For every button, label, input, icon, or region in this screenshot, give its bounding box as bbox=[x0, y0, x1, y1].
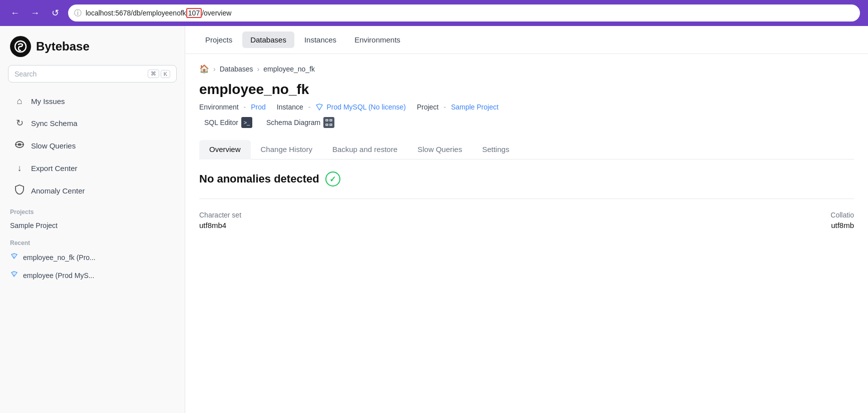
environment-value[interactable]: Prod bbox=[251, 103, 266, 111]
svg-rect-9 bbox=[326, 124, 328, 126]
sync-icon: ↻ bbox=[14, 118, 25, 128]
sidebar-recent-employee[interactable]: employee (Prod MyS... bbox=[0, 266, 185, 284]
project-item-label: Sample Project bbox=[10, 222, 58, 230]
search-k-key: K bbox=[161, 70, 170, 78]
sql-editor-icon: >_ bbox=[241, 117, 252, 128]
instance-sep: - bbox=[308, 103, 311, 111]
recent-item-label-2: employee (Prod MyS... bbox=[23, 272, 94, 280]
logo-area: Bytebase bbox=[0, 26, 185, 65]
character-set-label: Character set bbox=[199, 211, 527, 219]
main-content: Projects Databases Instances Environment… bbox=[185, 26, 868, 413]
breadcrumb-sep-2: › bbox=[257, 65, 260, 73]
schema-diagram-label: Schema Diagram bbox=[266, 118, 320, 126]
svg-rect-7 bbox=[326, 120, 328, 121]
search-placeholder: Search bbox=[15, 70, 37, 78]
db-info-grid: Character set utf8mb4 Collatio utf8mb bbox=[199, 211, 854, 230]
info-icon: ⓘ bbox=[74, 8, 82, 18]
breadcrumb-databases[interactable]: Databases bbox=[220, 65, 253, 73]
url-text: localhost:5678/db/employeenofk107/overvi… bbox=[86, 8, 231, 18]
sidebar-item-my-issues[interactable]: ⌂ My Issues bbox=[4, 91, 181, 112]
projects-section-header: Projects bbox=[0, 202, 185, 218]
top-nav-environments[interactable]: Environments bbox=[346, 32, 408, 48]
search-box[interactable]: Search ⌘ K bbox=[8, 65, 177, 82]
page-title: employee_no_fk bbox=[199, 82, 854, 98]
character-set-value: utf8mb4 bbox=[199, 221, 527, 230]
url-highlight: 107 bbox=[186, 8, 202, 18]
sidebar-label-anomaly-center: Anomaly Center bbox=[31, 186, 85, 195]
sidebar: Bytebase Search ⌘ K ⌂ My Issues ↻ Sync S… bbox=[0, 26, 185, 413]
breadcrumb-db-name[interactable]: employee_no_fk bbox=[263, 65, 315, 73]
sql-editor-button[interactable]: SQL Editor >_ bbox=[199, 115, 257, 130]
breadcrumb-sep-1: › bbox=[213, 65, 216, 73]
sidebar-item-slow-queries[interactable]: Slow Queries bbox=[4, 134, 181, 157]
tabs-row: Overview Change History Backup and resto… bbox=[199, 140, 854, 160]
character-set-col: Character set utf8mb4 bbox=[199, 211, 527, 230]
top-nav-projects[interactable]: Projects bbox=[197, 32, 240, 48]
instance-nav-icon bbox=[315, 102, 323, 111]
environment-label: Environment bbox=[199, 103, 239, 111]
shield-icon bbox=[14, 184, 25, 197]
top-nav-databases[interactable]: Databases bbox=[242, 32, 294, 48]
sidebar-item-sample-project[interactable]: Sample Project bbox=[0, 218, 185, 234]
top-nav: Projects Databases Instances Environment… bbox=[185, 26, 868, 54]
project-label: Project bbox=[417, 103, 439, 111]
recent-db-icon-1 bbox=[10, 252, 18, 262]
no-anomalies-text: No anomalies detected bbox=[199, 172, 319, 186]
sidebar-item-anomaly-center[interactable]: Anomaly Center bbox=[4, 180, 181, 202]
project-value[interactable]: Sample Project bbox=[451, 103, 499, 111]
export-icon: ↓ bbox=[14, 163, 25, 174]
browser-chrome: ← → ↺ ⓘ localhost:5678/db/employeenofk10… bbox=[0, 0, 868, 26]
search-shortcut: ⌘ K bbox=[148, 70, 170, 78]
sidebar-recent-employee-no-fk[interactable]: employee_no_fk (Pro... bbox=[0, 248, 185, 266]
address-bar[interactable]: ⓘ localhost:5678/db/employeenofk107/over… bbox=[68, 4, 860, 22]
search-mod-key: ⌘ bbox=[148, 70, 159, 78]
collation-col: Collatio utf8mb bbox=[527, 211, 854, 230]
tab-change-history[interactable]: Change History bbox=[251, 140, 322, 160]
tab-backup-restore[interactable]: Backup and restore bbox=[322, 140, 407, 160]
bytebase-logo-icon bbox=[10, 36, 31, 57]
tab-settings[interactable]: Settings bbox=[472, 140, 519, 160]
app-layout: Bytebase Search ⌘ K ⌂ My Issues ↻ Sync S… bbox=[0, 26, 868, 413]
recent-db-icon-2 bbox=[10, 270, 18, 280]
collation-value: utf8mb bbox=[527, 221, 854, 230]
no-anomalies-section: No anomalies detected ✓ bbox=[199, 172, 854, 199]
svg-point-2 bbox=[18, 144, 22, 146]
page-content: 🏠 › Databases › employee_no_fk employee_… bbox=[185, 54, 868, 413]
tab-slow-queries[interactable]: Slow Queries bbox=[407, 140, 472, 160]
slow-queries-icon bbox=[14, 140, 25, 152]
back-button[interactable]: ← bbox=[8, 6, 22, 20]
sidebar-label-sync-schema: Sync Schema bbox=[31, 119, 78, 128]
environment-sep: - bbox=[244, 103, 246, 111]
svg-rect-10 bbox=[330, 124, 332, 126]
sidebar-item-export-center[interactable]: ↓ Export Center bbox=[4, 158, 181, 178]
sidebar-item-sync-schema[interactable]: ↻ Sync Schema bbox=[4, 112, 181, 134]
check-icon: ✓ bbox=[325, 172, 340, 186]
home-icon: ⌂ bbox=[14, 96, 25, 106]
instance-value[interactable]: Prod MySQL (No license) bbox=[326, 103, 405, 111]
sql-editor-label: SQL Editor bbox=[204, 118, 238, 126]
project-sep: - bbox=[444, 103, 446, 111]
instance-label: Instance bbox=[277, 103, 303, 111]
schema-diagram-icon bbox=[323, 117, 334, 128]
recent-section-header: Recent bbox=[0, 234, 185, 248]
collation-label: Collatio bbox=[527, 211, 854, 219]
actions-row: SQL Editor >_ Schema Diagram bbox=[199, 115, 854, 130]
meta-row: Environment - Prod Instance - Prod MySQL… bbox=[199, 102, 854, 111]
schema-diagram-button[interactable]: Schema Diagram bbox=[261, 115, 339, 130]
top-nav-instances[interactable]: Instances bbox=[296, 32, 344, 48]
sidebar-label-slow-queries: Slow Queries bbox=[31, 142, 76, 150]
tab-overview[interactable]: Overview bbox=[199, 140, 251, 160]
sidebar-label-my-issues: My Issues bbox=[31, 97, 65, 106]
logo-text: Bytebase bbox=[36, 40, 90, 54]
home-breadcrumb-icon[interactable]: 🏠 bbox=[199, 64, 209, 74]
sidebar-label-export-center: Export Center bbox=[31, 164, 78, 172]
forward-button[interactable]: → bbox=[28, 6, 42, 20]
reload-button[interactable]: ↺ bbox=[48, 6, 62, 20]
breadcrumb: 🏠 › Databases › employee_no_fk bbox=[199, 64, 854, 74]
recent-item-label-1: employee_no_fk (Pro... bbox=[23, 254, 96, 262]
svg-rect-8 bbox=[330, 120, 332, 121]
